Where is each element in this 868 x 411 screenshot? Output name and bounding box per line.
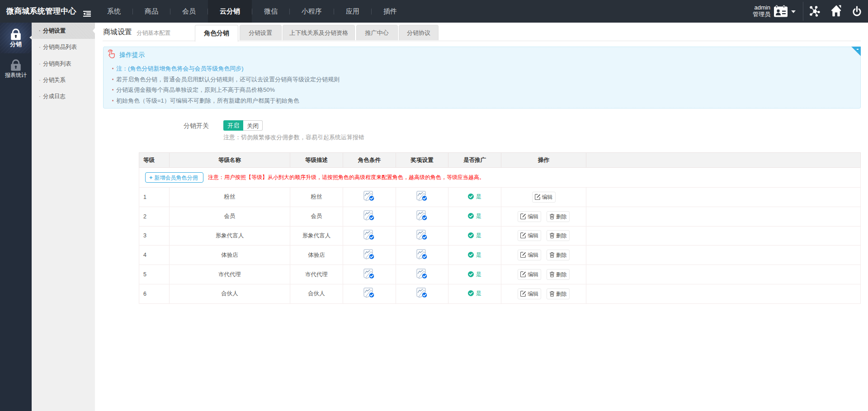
cell-level: 6 [139,284,170,303]
cell-award-setting [396,226,448,246]
rail-item[interactable]: 报表统计 [0,53,32,84]
table-row: 5 市代代理 市代代理 是 编辑 删除 [139,265,861,284]
home-icon[interactable] [831,5,842,19]
top-menu-item[interactable]: 云分销 [208,0,252,23]
table-row: 2 会员 会员 是 编辑 删除 [139,207,861,226]
award-setting-edit-icon[interactable] [416,293,428,300]
delete-button[interactable]: 删除 [547,250,570,260]
edit-button[interactable]: 编辑 [518,269,541,280]
sidebar-item[interactable]: ·分销商列表 [32,56,95,72]
table-row: 6 合伙人 合伙人 是 编辑 删除 [139,284,861,303]
top-menu-item[interactable]: 小程序 [290,0,334,23]
role-condition-edit-icon[interactable] [363,236,375,242]
tab[interactable]: 角色分销 [195,25,238,42]
award-setting-edit-icon[interactable] [416,255,428,261]
promote-status: 是 [468,213,481,219]
edit-button[interactable]: 编辑 [518,230,541,241]
award-setting-edit-icon[interactable] [416,236,428,242]
delete-button-label: 删除 [556,271,567,278]
cell-role-condition [343,246,396,265]
table-toolbar-row: +新增会员角色分佣 注意：用户按照【等级】从小到大的顺序升级，请按照角色的高级程… [139,168,861,188]
cell-empty [586,265,861,284]
check-circle-icon [468,232,474,238]
network-icon[interactable] [809,5,821,19]
delete-button[interactable]: 删除 [547,211,570,222]
sidebar-item-label: 分销设置 [43,28,66,34]
tab[interactable]: 上下线关系及分销资格 [283,25,355,40]
cell-operations: 编辑 [501,188,586,207]
edit-button[interactable]: 编辑 [518,250,541,260]
top-menu-item[interactable]: 插件 [372,0,409,23]
sidebar-item[interactable]: ·分销设置 [32,23,95,39]
column-header: 等级描述 [290,153,343,168]
power-icon[interactable] [852,6,862,19]
cell-name: 粉丝 [170,188,290,207]
cell-desc: 市代代理 [290,265,343,284]
edit-button-label: 编辑 [528,271,538,278]
table-row: 3 形象代言人 形象代言人 是 编辑 删除 [139,226,861,246]
bullet-icon: · [39,88,41,104]
edit-button[interactable]: 编辑 [532,192,556,203]
collapse-menu-icon[interactable] [83,10,91,19]
award-setting-edit-icon[interactable] [416,274,428,281]
sidebar-item[interactable]: ·分销关系 [32,72,95,88]
cell-promote: 是 [448,265,501,284]
promote-yes-label: 是 [476,232,481,239]
edit-button[interactable]: 编辑 [518,211,541,222]
switch-on-button[interactable]: 开启 [223,120,243,131]
edit-button[interactable]: 编辑 [518,288,541,299]
sidebar-item[interactable]: ·分销商品列表 [32,39,95,55]
tips-fold-icon[interactable] [851,47,861,56]
edit-icon [520,232,526,238]
sidebar-item-label: 分销商列表 [43,61,71,67]
trash-icon [549,213,555,219]
bullet-icon [112,100,113,101]
edit-button-label: 编辑 [528,232,538,239]
tips-item-text: 若开启角色分销，普通会员启用默认分销规则，还可以去设置分销商等级设定分销规则 [116,76,340,83]
plus-icon: + [149,174,153,181]
user-name[interactable]: admin 管理员 [753,4,770,18]
delete-button[interactable]: 删除 [547,288,570,299]
cell-desc: 会员 [290,207,343,226]
user-card-icon[interactable] [774,5,788,19]
sidebar-item[interactable]: ·分成日志 [32,88,95,104]
cell-desc: 合伙人 [290,284,343,303]
promote-status: 是 [468,252,481,258]
tips-box: 操作提示 注：(角色分销新增角色将会与会员等级角色同步)若开启角色分销，普通会员… [103,47,861,109]
tab[interactable]: 分销设置 [240,25,282,40]
award-setting-edit-icon[interactable] [416,216,428,222]
tips-title: 操作提示 [119,51,145,59]
check-circle-icon [468,213,474,219]
top-menu-item[interactable]: 微信 [252,0,289,23]
role-condition-edit-icon[interactable] [363,274,375,281]
user-role-line: 管理员 [753,11,770,18]
cell-name: 市代代理 [170,265,290,284]
role-condition-edit-icon[interactable] [363,216,375,222]
delete-button[interactable]: 删除 [547,269,570,280]
top-menu-item[interactable]: 会员 [170,0,208,23]
cell-desc: 形象代言人 [290,226,343,246]
top-menu-item[interactable]: 商品 [133,0,170,23]
top-menu-item[interactable]: 应用 [334,0,371,23]
role-condition-edit-icon[interactable] [363,293,375,300]
trash-icon [549,271,555,277]
tab[interactable]: 分销协议 [399,25,439,40]
switch-off-button[interactable]: 关闭 [243,120,263,131]
rail-item[interactable]: 分销 [0,23,32,53]
user-caret-down-icon[interactable] [791,10,796,13]
tab[interactable]: 推广中心 [356,25,398,40]
edit-icon [535,194,541,200]
delete-button[interactable]: 删除 [547,230,570,241]
bullet-icon [112,68,113,69]
role-condition-edit-icon[interactable] [363,197,375,203]
top-menu-item[interactable]: 系统 [95,0,132,23]
check-circle-icon [468,252,474,258]
cell-award-setting [396,246,448,265]
distribution-switch[interactable]: 开启 关闭 [223,120,263,131]
add-role-button[interactable]: +新增会员角色分佣 [145,172,203,183]
page-subtitle: 分销基本配置 [137,29,170,37]
award-setting-edit-icon[interactable] [416,197,428,203]
edit-icon [520,213,526,219]
role-condition-edit-icon[interactable] [363,255,375,261]
promote-yes-label: 是 [476,252,481,258]
